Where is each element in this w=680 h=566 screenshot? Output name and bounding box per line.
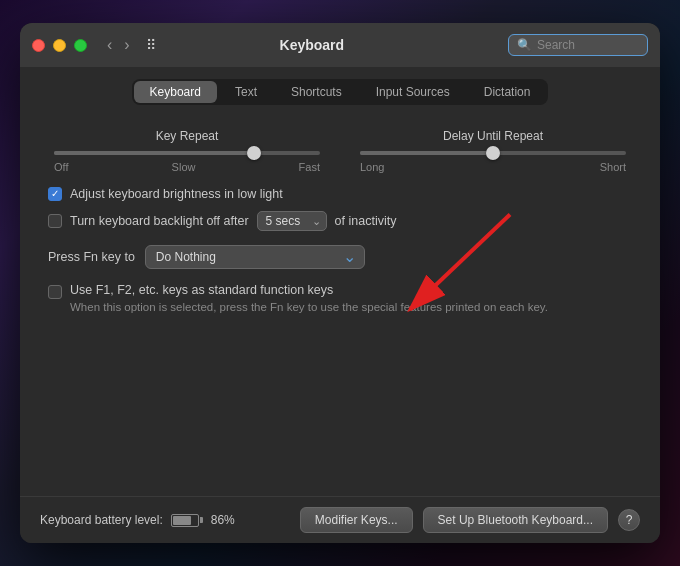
back-button[interactable]: ‹ [103, 35, 116, 55]
battery-body [171, 514, 199, 527]
delay-repeat-short: Short [600, 161, 626, 173]
brightness-label: Adjust keyboard brightness in low light [70, 187, 283, 201]
brightness-checkbox[interactable] [48, 187, 62, 201]
battery-percent: 86% [211, 513, 235, 527]
key-repeat-fill [54, 151, 254, 155]
fn-dropdown-arrow-icon: ⌄ [343, 249, 356, 265]
search-box[interactable]: 🔍 [508, 34, 648, 56]
close-button[interactable] [32, 39, 45, 52]
f-keys-section: Use F1, F2, etc. keys as standard functi… [44, 283, 636, 315]
f-keys-description: When this option is selected, press the … [70, 299, 548, 315]
delay-repeat-thumb[interactable] [486, 146, 500, 160]
f-keys-content: Use F1, F2, etc. keys as standard functi… [70, 283, 548, 315]
key-repeat-slow: Slow [172, 161, 196, 173]
backlight-row: Turn keyboard backlight off after 5 secs… [48, 211, 632, 231]
delay-repeat-group: Delay Until Repeat Long Short [360, 129, 626, 173]
tab-input-sources[interactable]: Input Sources [360, 81, 466, 103]
modifier-keys-button[interactable]: Modifier Keys... [300, 507, 413, 533]
battery-section: Keyboard battery level: 86% [40, 513, 235, 527]
delay-repeat-long: Long [360, 161, 384, 173]
battery-tip [200, 517, 203, 523]
help-button[interactable]: ? [618, 509, 640, 531]
key-repeat-group: Key Repeat Off Slow Fast [54, 129, 320, 173]
battery-label: Keyboard battery level: [40, 513, 163, 527]
minimize-button[interactable] [53, 39, 66, 52]
tab-text[interactable]: Text [219, 81, 273, 103]
bluetooth-keyboard-button[interactable]: Set Up Bluetooth Keyboard... [423, 507, 608, 533]
delay-repeat-fill [360, 151, 493, 155]
fn-key-dropdown-value: Do Nothing [156, 250, 216, 264]
delay-repeat-label: Delay Until Repeat [360, 129, 626, 143]
title-bar: ‹ › ⠿ Keyboard 🔍 [20, 23, 660, 67]
options-section: Adjust keyboard brightness in low light … [44, 187, 636, 231]
sliders-row: Key Repeat Off Slow Fast Delay Until Rep… [44, 129, 636, 173]
key-repeat-thumb[interactable] [247, 146, 261, 160]
brightness-row: Adjust keyboard brightness in low light [48, 187, 632, 201]
backlight-dropdown[interactable]: 5 secs [257, 211, 327, 231]
search-input[interactable] [537, 38, 639, 52]
f-keys-row: Use F1, F2, etc. keys as standard functi… [48, 283, 632, 315]
key-repeat-label: Key Repeat [54, 129, 320, 143]
bottom-buttons: Modifier Keys... Set Up Bluetooth Keyboa… [300, 507, 640, 533]
backlight-label: Turn keyboard backlight off after [70, 214, 249, 228]
tab-dictation[interactable]: Dictation [468, 81, 547, 103]
fn-key-dropdown[interactable]: Do Nothing ⌄ [145, 245, 365, 269]
fn-key-label: Press Fn key to [48, 250, 135, 264]
backlight-suffix: of inactivity [335, 214, 397, 228]
delay-repeat-labels: Long Short [360, 161, 626, 173]
key-repeat-track[interactable] [54, 151, 320, 155]
key-repeat-labels: Off Slow Fast [54, 161, 320, 173]
main-window: ‹ › ⠿ Keyboard 🔍 Keyboard Text Shortcuts… [20, 23, 660, 543]
fn-key-row: Press Fn key to Do Nothing ⌄ [44, 245, 636, 269]
battery-icon [171, 514, 203, 527]
battery-fill [173, 516, 191, 525]
f-keys-label: Use F1, F2, etc. keys as standard functi… [70, 283, 548, 297]
f-keys-checkbox[interactable] [48, 285, 62, 299]
key-repeat-off: Off [54, 161, 68, 173]
tab-shortcuts[interactable]: Shortcuts [275, 81, 358, 103]
search-icon: 🔍 [517, 38, 532, 52]
window-title: Keyboard [124, 37, 500, 53]
bottom-bar: Keyboard battery level: 86% Modifier Key… [20, 496, 660, 543]
key-repeat-fast: Fast [299, 161, 320, 173]
tab-group: Keyboard Text Shortcuts Input Sources Di… [132, 79, 549, 105]
maximize-button[interactable] [74, 39, 87, 52]
tab-keyboard[interactable]: Keyboard [134, 81, 217, 103]
content-area: Key Repeat Off Slow Fast Delay Until Rep… [20, 113, 660, 496]
traffic-lights [32, 39, 87, 52]
backlight-dropdown-value: 5 secs [266, 214, 301, 228]
delay-repeat-track[interactable] [360, 151, 626, 155]
backlight-checkbox[interactable] [48, 214, 62, 228]
tabs-container: Keyboard Text Shortcuts Input Sources Di… [20, 67, 660, 113]
content-wrapper: Key Repeat Off Slow Fast Delay Until Rep… [20, 113, 660, 496]
